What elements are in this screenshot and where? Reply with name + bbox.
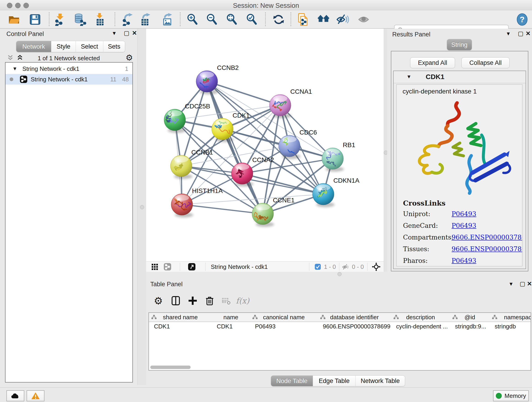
hide-panel-eye-icon[interactable] xyxy=(336,13,350,26)
zoom-in-icon[interactable] xyxy=(186,13,199,26)
network-edge-CCNB2-CCNA1[interactable] xyxy=(207,81,280,105)
save-session-icon[interactable] xyxy=(28,13,42,26)
network-node-CCNA1[interactable]: CCNA1 xyxy=(269,88,312,118)
collapse-section-icon[interactable]: ▼ xyxy=(406,74,412,80)
network-edge-HIST1H1A-CCNE1[interactable] xyxy=(182,204,263,214)
column-header-canonical-name[interactable]: canonical name xyxy=(250,313,318,322)
panel-close-icon[interactable]: ✕ xyxy=(132,30,137,37)
export-network-icon[interactable] xyxy=(121,13,135,26)
zoom-out-icon[interactable] xyxy=(205,13,218,26)
zoom-fit-icon[interactable] xyxy=(225,13,238,26)
panel-close-icon[interactable]: ✕ xyxy=(527,280,532,287)
table-cell[interactable]: cyclin-dependent ... xyxy=(391,323,450,331)
memory-status-dot xyxy=(496,393,502,399)
tab-style[interactable]: Style xyxy=(51,41,76,52)
export-image-icon[interactable] xyxy=(161,13,174,26)
network-node-CDC25B[interactable]: CDC25B xyxy=(164,103,210,133)
zoom-selected-icon[interactable] xyxy=(245,13,258,26)
open-session-icon[interactable] xyxy=(7,13,21,26)
table-cell[interactable]: P06493 xyxy=(250,323,318,331)
cloud-button[interactable] xyxy=(6,390,24,401)
warning-button[interactable] xyxy=(27,390,44,401)
network-item-row[interactable]: String Network - cdk1 11 48 xyxy=(6,74,133,85)
memory-button[interactable]: Memory xyxy=(493,390,529,401)
column-header-database-identifier[interactable]: database identifier xyxy=(318,313,391,322)
table-cell[interactable]: 9606.ENSP00000378699 xyxy=(318,323,391,331)
network-collection-row[interactable]: ▼ String Network - cdk1 1 xyxy=(6,64,133,74)
network-node-RB1[interactable]: RB1 xyxy=(322,141,355,172)
refresh-icon[interactable] xyxy=(272,13,285,26)
help-icon[interactable]: ? xyxy=(515,13,529,26)
selected-checkbox-icon[interactable] xyxy=(315,264,321,270)
tab-network[interactable]: Network xyxy=(16,41,51,52)
birdseye-icon[interactable] xyxy=(372,262,380,271)
delete-column-icon[interactable] xyxy=(203,294,216,307)
protein-structure-image xyxy=(403,99,517,195)
tab-select[interactable]: Select xyxy=(76,41,103,52)
tab-edge-table[interactable]: Edge Table xyxy=(313,376,355,386)
net-toolbar-separator xyxy=(367,263,367,271)
left-splitter-handle[interactable] xyxy=(140,205,144,209)
table-horizontal-scrollbar[interactable] xyxy=(150,366,191,369)
panel-menu-icon[interactable]: ▾ xyxy=(113,30,116,37)
string-network-graph[interactable]: CCNB2 CCNA1 CDC25B CDK1 CDC6 RB1 CCNB1 xyxy=(146,29,384,261)
network-node-CDC6[interactable]: CDC6 xyxy=(279,129,317,159)
network-node-CCNE1[interactable]: CCNE1 xyxy=(252,197,295,227)
detach-view-icon[interactable] xyxy=(188,263,196,271)
grid-view-icon[interactable] xyxy=(151,263,158,271)
bottom-splitter-handle[interactable] xyxy=(337,272,342,276)
table-cell[interactable]: CDK1 xyxy=(212,323,250,331)
import-network-icon[interactable] xyxy=(53,13,67,26)
network-node-CCNB1[interactable]: CCNB1 xyxy=(171,149,213,179)
crosslink-value-link[interactable]: P06493 xyxy=(452,257,476,264)
protein-card-header[interactable]: ▼ CDK1 xyxy=(394,71,526,83)
status-bar: Memory xyxy=(0,387,532,402)
panel-float-icon[interactable]: ▢ xyxy=(520,280,525,287)
left-splitter[interactable] xyxy=(138,29,147,385)
panel-menu-icon[interactable]: ▾ xyxy=(507,30,510,37)
column-header-name[interactable]: name xyxy=(212,313,250,322)
node-label-HIST1H1A: HIST1H1A xyxy=(192,187,223,194)
collection-expand-icon[interactable]: ▼ xyxy=(12,66,17,72)
export-table-icon[interactable] xyxy=(139,13,152,26)
panel-menu-icon[interactable]: ▾ xyxy=(510,280,513,287)
crosslink-value-link[interactable]: P06493 xyxy=(452,210,476,218)
network-share-gray-icon[interactable] xyxy=(164,263,171,271)
clone-network-icon[interactable] xyxy=(297,13,310,26)
delete-table-icon-disabled xyxy=(220,294,233,307)
add-column-icon[interactable] xyxy=(186,294,199,307)
collapse-all-button[interactable]: Collapse All xyxy=(462,57,510,68)
tab-network-table[interactable]: Network Table xyxy=(355,376,405,386)
tab-sets[interactable]: Sets xyxy=(103,41,125,52)
crosslink-label: Tissues: xyxy=(403,245,429,253)
network-node-CDKN1A[interactable]: CDKN1A xyxy=(312,177,360,207)
show-eye-icon[interactable] xyxy=(357,13,370,26)
column-header-description[interactable]: description xyxy=(391,313,450,322)
network-overview-icon[interactable] xyxy=(317,13,330,26)
panel-close-icon[interactable]: ✕ xyxy=(526,30,531,37)
show-columns-icon[interactable] xyxy=(169,294,182,307)
column-header-shared-name[interactable]: shared name xyxy=(149,313,212,322)
network-options-gear-icon[interactable]: ⚙ xyxy=(126,53,133,63)
expand-all-button[interactable]: Expand All xyxy=(410,57,455,68)
table-cell[interactable]: stringdb xyxy=(490,323,531,331)
table-cell[interactable]: stringdb:9... xyxy=(450,323,490,331)
function-builder-icon: f(x) xyxy=(236,294,249,307)
column-header-namespace[interactable]: namespace xyxy=(490,313,531,322)
table-options-gear-icon[interactable]: ⚙ xyxy=(152,294,165,307)
network-node-HIST1H1A[interactable]: HIST1H1A xyxy=(171,187,223,217)
table-cell[interactable]: CDK1 xyxy=(149,323,212,331)
network-canvas[interactable]: CCNB2 CCNA1 CDC25B CDK1 CDC6 RB1 CCNB1 xyxy=(146,29,384,261)
toolbar-separator xyxy=(291,12,291,26)
panel-float-icon[interactable]: ▢ xyxy=(518,30,524,37)
edge-count: 48 xyxy=(122,76,129,83)
tab-node-table[interactable]: Node Table xyxy=(271,376,313,386)
import-database-icon[interactable] xyxy=(73,13,87,26)
crosslink-value-link[interactable]: 9606.ENSP00000378699 xyxy=(452,234,522,241)
column-header--id[interactable]: @id xyxy=(450,313,490,322)
import-table-icon[interactable] xyxy=(94,13,107,26)
panel-float-icon[interactable]: ▢ xyxy=(124,30,129,37)
tab-string[interactable]: String xyxy=(447,39,472,50)
crosslink-value-link[interactable]: 9606.ENSP00000378699 xyxy=(452,245,522,253)
crosslink-value-link[interactable]: P06493 xyxy=(452,222,476,230)
